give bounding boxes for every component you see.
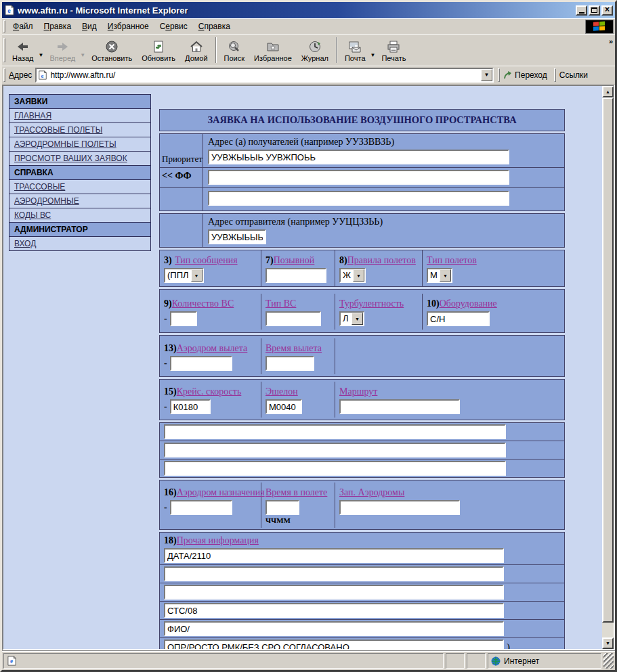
search-button[interactable]: Поиск <box>219 36 249 65</box>
refresh-button[interactable]: Обновить <box>137 36 180 65</box>
other-info-line2-input[interactable] <box>164 566 504 581</box>
ac-type-input[interactable] <box>265 311 321 326</box>
maximize-button[interactable] <box>589 5 600 16</box>
level-input[interactable] <box>265 399 302 414</box>
ac-count-input[interactable] <box>170 311 197 326</box>
field-number: 10) <box>427 298 440 309</box>
search-icon <box>227 39 242 54</box>
forward-dropdown[interactable]: ▼ <box>80 43 87 58</box>
mail-dropdown[interactable]: ▼ <box>370 43 377 58</box>
windows-logo-throbber <box>585 20 614 34</box>
cruise-speed-link[interactable]: Крейс. скорость <box>177 386 242 397</box>
menu-file[interactable]: Файл <box>7 20 39 33</box>
turbulence-link[interactable]: Турбулентность <box>339 298 404 309</box>
alt-aerodromes-link[interactable]: Зап. Аэродромы <box>339 487 404 497</box>
sender-input[interactable] <box>208 229 266 244</box>
cruise-speed-input[interactable] <box>170 399 211 414</box>
ac-type-link[interactable]: Тип ВС <box>265 298 296 309</box>
sidebar-item-prosmotr-zayavok[interactable]: ПРОСМОТР ВАШИХ ЗАЯВОК <box>9 152 150 166</box>
recipients-label: Адрес (а) получателей (например УУЗЗВВЗЬ… <box>208 135 560 150</box>
toolbar-gripper[interactable] <box>3 38 5 63</box>
equipment-link[interactable]: Оборудование <box>440 298 497 309</box>
menu-edit[interactable]: Правка <box>39 20 77 33</box>
field-number: 3) <box>164 255 172 265</box>
sidebar-item-vhod[interactable]: ВХОД <box>9 237 150 250</box>
dep-aerodrome-link[interactable]: Аэродром вылета <box>177 343 248 353</box>
other-info-line5-input[interactable] <box>164 621 504 636</box>
other-info-line6-input[interactable] <box>164 640 504 649</box>
stop-icon <box>104 39 119 54</box>
dep-aerodrome-input[interactable] <box>170 356 232 371</box>
route-line3-input[interactable] <box>164 461 506 476</box>
recipients-line1-input[interactable] <box>208 150 509 164</box>
minimize-button[interactable] <box>576 5 587 16</box>
address-dropdown-button[interactable]: ▼ <box>481 69 492 81</box>
sidebar-item-glavnaya[interactable]: ГЛАВНАЯ <box>9 109 150 123</box>
menu-favorites[interactable]: Избранное <box>102 20 154 33</box>
recipients-line3-input[interactable] <box>208 191 509 206</box>
flight-rules-select[interactable]: Ж▼ <box>339 268 366 283</box>
turbulence-select[interactable]: Л▼ <box>339 311 364 326</box>
menu-bar: Файл Правка Вид Избранное Сервис Справка <box>2 18 615 34</box>
ac-count-link[interactable]: Количество ВС <box>172 298 234 309</box>
flight-rules-link[interactable]: Правила полетов <box>347 255 416 265</box>
back-dropdown[interactable]: ▼ <box>39 43 45 58</box>
recipients-line2-input[interactable] <box>208 170 509 185</box>
sidebar-item-trassovye-polety[interactable]: ТРАССОВЫЕ ПОЛЕТЫ <box>9 123 150 137</box>
go-button[interactable]: Переход <box>502 70 553 80</box>
scroll-down-button[interactable]: ▼ <box>602 637 614 649</box>
route-link[interactable]: Маршрут <box>339 386 377 397</box>
flight-request-form: ЗАЯВКА НА ИСПОЛЬЗОВАНИЕ ВОЗДУШНОГО ПРОСТ… <box>159 109 565 649</box>
other-info-line4-input[interactable] <box>164 603 504 618</box>
flight-time-link[interactable]: Время в полете <box>265 487 327 497</box>
sidebar-item-kody-vs[interactable]: КОДЫ ВС <box>9 208 150 223</box>
close-button[interactable]: × <box>601 5 613 16</box>
stop-button[interactable]: Остановить <box>87 36 137 65</box>
sidebar-item-aerodromnye[interactable]: АЭРОДРОМНЫЕ <box>9 194 150 208</box>
other-info-link[interactable]: Прочая информация <box>177 535 259 545</box>
vertical-scrollbar[interactable]: ▲ ▼ <box>602 86 614 649</box>
toolbar-overflow-chevron[interactable]: » <box>609 37 613 45</box>
route-lines-block <box>159 422 565 478</box>
equipment-input[interactable] <box>427 311 490 326</box>
dep-time-input[interactable] <box>265 356 314 371</box>
mail-button[interactable]: Почта <box>340 36 370 65</box>
back-button[interactable]: Назад <box>7 36 39 65</box>
flight-type-select[interactable]: М▼ <box>427 268 452 283</box>
msg-type-link[interactable]: Тип сообщения <box>175 255 237 265</box>
other-info-line1-input[interactable] <box>164 548 504 563</box>
sidebar-item-aerodromnye-polety[interactable]: АЭРОДРОМНЫЕ ПОЛЕТЫ <box>9 137 150 152</box>
level-link[interactable]: Эшелон <box>265 386 298 397</box>
callsign-input[interactable] <box>265 268 326 283</box>
print-button[interactable]: Печать <box>377 36 410 65</box>
addressbar-gripper[interactable] <box>3 68 5 82</box>
dest-aerodrome-link[interactable]: Аэродром назначения <box>177 487 265 497</box>
menu-tools[interactable]: Сервис <box>154 20 193 33</box>
flight-time-input[interactable] <box>265 500 299 515</box>
dep-time-link[interactable]: Время вылета <box>265 343 322 353</box>
page-favicon: e <box>38 70 47 81</box>
callsign-link[interactable]: Позывной <box>274 255 315 265</box>
toolbar-separator <box>215 37 217 63</box>
route-input[interactable] <box>339 399 460 414</box>
flight-type-link[interactable]: Тип полетов <box>427 255 477 265</box>
address-input[interactable]: e http://www.aftn.ru/ ▼ <box>35 68 494 83</box>
forward-button[interactable]: Вперед <box>45 36 80 65</box>
scroll-up-button[interactable]: ▲ <box>602 86 614 97</box>
home-button[interactable]: Домой <box>180 36 213 65</box>
alt-aerodromes-input[interactable] <box>339 500 460 515</box>
menubar-gripper[interactable] <box>3 20 5 32</box>
msg-type-select[interactable]: (ППЛ▼ <box>164 268 204 283</box>
menu-help[interactable]: Справка <box>193 20 236 33</box>
route-line2-input[interactable] <box>164 443 506 457</box>
scrollbar-thumb[interactable] <box>602 97 614 623</box>
links-gripper[interactable] <box>554 68 556 82</box>
menu-view[interactable]: Вид <box>77 20 102 33</box>
route-line1-input[interactable] <box>164 424 506 439</box>
favorites-button[interactable]: Избранное <box>249 36 297 65</box>
sidebar-item-trassovye[interactable]: ТРАССОВЫЕ <box>9 180 150 194</box>
dest-aerodrome-input[interactable] <box>170 500 232 515</box>
other-info-line3-input[interactable] <box>164 585 504 600</box>
history-button[interactable]: Журнал <box>297 36 333 65</box>
resize-grip[interactable] <box>603 653 614 669</box>
